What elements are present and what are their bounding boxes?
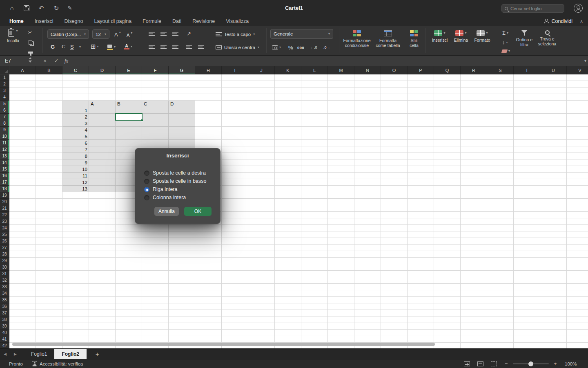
format-painter-button[interactable] (28, 48, 33, 55)
format-cells-button[interactable]: ▾ Formato (471, 30, 493, 43)
cell-D5[interactable]: A (89, 101, 116, 107)
decrease-indent-icon[interactable] (186, 45, 192, 49)
row-header-10[interactable]: 10 (0, 133, 9, 140)
formula-confirm-button[interactable]: ✓ (52, 56, 60, 66)
redo-button[interactable]: ↻ (53, 0, 60, 16)
row-header-13[interactable]: 13 (0, 153, 9, 159)
column-header-F[interactable]: F (142, 66, 169, 74)
cell-G5[interactable]: D (169, 101, 195, 107)
cell-C13[interactable]: 8 (62, 153, 89, 159)
row-header-11[interactable]: 11 (0, 140, 9, 146)
row-header-22[interactable]: 22 (0, 212, 9, 218)
row-header-18[interactable]: 18 (0, 186, 9, 192)
align-right-icon[interactable] (172, 45, 178, 49)
cell-C14[interactable]: 9 (62, 159, 89, 166)
collapse-ribbon-button[interactable]: ∧ (580, 16, 583, 26)
save-icon[interactable] (24, 5, 29, 11)
formula-cancel-button[interactable]: × (41, 56, 49, 66)
sheet-area[interactable]: ABCD12345678910111213 (9, 74, 588, 348)
cell-C7[interactable]: 2 (62, 114, 89, 120)
percent-format-button[interactable]: % (288, 43, 293, 52)
search-input[interactable] (510, 6, 561, 11)
cell-C6[interactable]: 1 (62, 107, 89, 114)
tab-disegno[interactable]: Disegno (65, 18, 83, 24)
page-layout-view-button[interactable] (477, 361, 483, 366)
cell-styles-button[interactable]: Stili cella (403, 30, 425, 48)
column-header-E[interactable]: E (116, 66, 142, 74)
row-header-30[interactable]: 30 (0, 264, 9, 271)
zoom-out-button[interactable]: − (505, 359, 508, 368)
row-header-6[interactable]: 6 (0, 107, 9, 114)
row-header-1[interactable]: 1 (0, 74, 9, 81)
row-header-5[interactable]: 5 (0, 101, 9, 107)
row-header-32[interactable]: 32 (0, 277, 9, 284)
add-sheet-button[interactable]: + (93, 350, 101, 357)
sheet-tab-foglio2[interactable]: Foglio2 (54, 349, 87, 359)
home-icon[interactable]: ⌂ (8, 0, 16, 16)
cell-C16[interactable]: 11 (62, 173, 89, 179)
cell-F5[interactable]: C (142, 101, 169, 107)
row-header-40[interactable]: 40 (0, 330, 9, 336)
row-header-9[interactable]: 9 (0, 127, 9, 133)
select-all-corner[interactable] (0, 66, 9, 74)
column-header-I[interactable]: I (222, 66, 248, 74)
row-header-19[interactable]: 19 (0, 192, 9, 199)
tab-visualizza[interactable]: Visualizza (226, 18, 249, 24)
accessibility-status[interactable]: Accessibilità: verifica (40, 359, 83, 368)
paste-button[interactable]: ▾ Incolla (3, 29, 23, 43)
column-header-T[interactable]: T (514, 66, 540, 74)
conditional-formatting-button[interactable]: Formattazione condizionale (341, 30, 373, 48)
column-header-V[interactable]: V (567, 66, 588, 74)
currency-format-button[interactable]: ▾ (272, 43, 281, 52)
align-center-icon[interactable] (160, 45, 167, 49)
row-header-2[interactable]: 2 (0, 81, 9, 88)
column-header-B[interactable]: B (36, 66, 62, 74)
zoom-in-button[interactable]: + (554, 359, 557, 368)
row-header-21[interactable]: 21 (0, 205, 9, 212)
customize-toolbar-button[interactable]: ✎ (66, 0, 74, 16)
insert-cells-button[interactable]: ▾ Inserisci (429, 30, 451, 43)
shrink-font-button[interactable]: A ▾ (127, 31, 132, 39)
column-header-N[interactable]: N (354, 66, 381, 74)
cell-C18[interactable]: 13 (62, 186, 89, 192)
column-header-D[interactable]: D (89, 66, 116, 74)
cell-C9[interactable]: 4 (62, 127, 89, 133)
column-header-L[interactable]: L (301, 66, 328, 74)
formula-input[interactable] (76, 57, 577, 65)
tab-home[interactable]: Home (9, 18, 24, 24)
row-header-28[interactable]: 28 (0, 251, 9, 258)
row-header-34[interactable]: 34 (0, 290, 9, 297)
cell-C15[interactable]: 10 (62, 166, 89, 173)
radio-option-colonna-intera[interactable]: Colonna intera (144, 193, 216, 202)
fill-handle[interactable] (141, 119, 143, 121)
radio-option-sposta-le-celle-a-destra[interactable]: Sposta le celle a destra (144, 169, 216, 177)
find-select-button[interactable]: Trova e seleziona (536, 30, 559, 46)
fill-color-button[interactable]: ▾ (107, 43, 116, 51)
row-header-38[interactable]: 38 (0, 316, 9, 323)
row-header-17[interactable]: 17 (0, 179, 9, 186)
delete-cells-button[interactable]: ▾ Elimina (451, 30, 471, 43)
orientation-button[interactable]: ↗ (187, 31, 191, 37)
row-header-15[interactable]: 15 (0, 166, 9, 173)
cell-C10[interactable]: 5 (62, 133, 89, 140)
sheet-tab-foglio1[interactable]: Foglio1 (24, 349, 54, 359)
column-header-G[interactable]: G (169, 66, 195, 74)
grow-font-button[interactable]: A ▴ (114, 30, 121, 38)
align-left-icon[interactable] (149, 45, 155, 49)
row-header-31[interactable]: 31 (0, 271, 9, 277)
zoom-slider-thumb[interactable] (528, 361, 533, 366)
tab-layout-di-pagina[interactable]: Layout di pagina (94, 18, 131, 24)
number-format-combo[interactable]: Generale ▾ (270, 29, 333, 39)
row-header-3[interactable]: 3 (0, 88, 9, 94)
row-header-24[interactable]: 24 (0, 225, 9, 231)
chevron-down-icon[interactable]: ▾ (79, 45, 81, 49)
account-avatar[interactable] (574, 4, 583, 13)
font-name-combo[interactable]: Calibri (Corp... ▾ (47, 29, 89, 39)
row-header-36[interactable]: 36 (0, 303, 9, 310)
row-header-14[interactable]: 14 (0, 159, 9, 166)
column-header-J[interactable]: J (248, 66, 275, 74)
row-header-16[interactable]: 16 (0, 173, 9, 179)
normal-view-button[interactable] (464, 361, 470, 366)
column-header-S[interactable]: S (487, 66, 514, 74)
merge-center-button[interactable]: Unisci e centra ▾ (216, 43, 259, 52)
